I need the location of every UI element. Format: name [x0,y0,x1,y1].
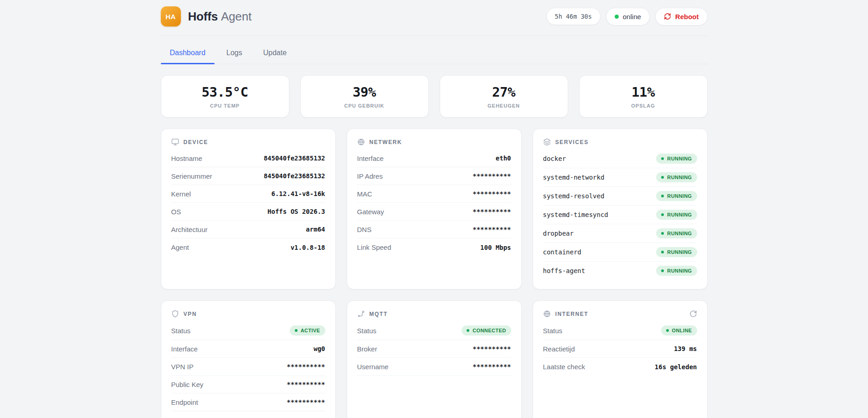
stat-cpu-usage: 39% CPU GEBRUIK [300,75,429,118]
row-mqtt-broker: Broker********** [357,340,511,358]
status-badge: RUNNING [656,247,697,257]
refresh-icon [689,310,697,318]
network-card: NETWERK Interfaceeth0 IP Adres**********… [347,129,522,289]
stat-value: 27% [492,84,515,100]
service-row-docker: dockerRUNNING [543,150,697,168]
tab-update-label: Update [263,49,287,57]
status-badge: ONLINE [661,325,697,335]
services-card: SERVICES dockerRUNNING systemd-networkdR… [533,129,708,289]
status-dot-icon [661,232,664,235]
device-card-title: DEVICE [184,139,208,145]
row-hostname: Hostname845040fe23685132 [171,150,325,167]
stat-value: 11% [632,84,655,100]
status-badge: ACTIVE [290,325,325,335]
row-mqtt-username: Username********** [357,358,511,376]
status-dot-icon [661,157,664,160]
row-mac: MAC********** [357,185,511,203]
status-badge: RUNNING [656,266,697,276]
status-dot-icon [666,329,669,332]
reboot-icon [664,13,671,20]
row-dns: DNS********** [357,221,511,238]
header: HA Hoffs Agent 5h 46m 30s online Reboot [161,6,708,36]
row-ip-address: IP Adres********** [357,167,511,185]
brand: HA Hoffs Agent [161,6,252,26]
cards-row-1: DEVICE Hostname845040fe23685132 Serienum… [161,129,708,289]
page: HA Hoffs Agent 5h 46m 30s online Reboot … [161,0,708,418]
status-dot-icon [661,195,664,197]
row-vpn-interface: Interfacewg0 [171,340,325,358]
stat-label: CPU GEBRUIK [344,103,384,108]
row-interface: Interfaceeth0 [357,150,511,167]
monitor-icon [171,138,179,146]
row-agent-version: Agentv1.0.8-18 [171,238,325,256]
status-dot-icon [467,329,469,332]
row-internet-status: StatusONLINE [543,321,697,340]
service-row-systemd-resolved: systemd-resolvedRUNNING [543,187,697,206]
vpn-card-title: VPN [184,311,197,317]
logo-text: HA [165,13,176,21]
vpn-card: VPN StatusACTIVE Interfacewg0 VPN IP****… [161,300,336,418]
tab-bar: Dashboard Logs Update [161,49,708,64]
row-response-time: Reactietijd139 ms [543,340,697,358]
device-card-header: DEVICE [171,138,325,146]
mqtt-card: MQTT StatusCONNECTED Broker********** Us… [347,300,522,418]
stat-value: 53.5°C [202,84,248,100]
online-dot-icon [615,15,619,19]
status-badge: RUNNING [656,228,697,238]
tab-dashboard-label: Dashboard [170,49,205,57]
status-dot-icon [661,251,664,253]
row-mqtt-status: StatusCONNECTED [357,321,511,340]
service-row-systemd-networkd: systemd-networkdRUNNING [543,168,697,187]
globe-icon [543,310,551,318]
online-text: online [623,13,641,21]
stat-value: 39% [353,84,376,100]
row-vpn-endpoint: Endpoint********** [171,393,325,411]
status-badge: RUNNING [656,210,697,220]
internet-rows: StatusONLINE Reactietijd139 ms Laatste c… [543,321,697,376]
cards-row-2: VPN StatusACTIVE Interfacewg0 VPN IP****… [161,300,708,418]
tab-logs[interactable]: Logs [217,49,252,64]
globe-icon [357,138,365,146]
status-badge: CONNECTED [462,325,511,335]
title-bold: Hoffs [188,10,218,23]
status-dot-icon [661,269,664,272]
mqtt-rows: StatusCONNECTED Broker********** Usernam… [357,321,511,376]
internet-card-header: INTERNET [543,310,697,318]
status-badge: RUNNING [656,191,697,201]
service-row-containerd: containerdRUNNING [543,243,697,262]
vpn-card-header: VPN [171,310,325,318]
online-status-badge: online [606,8,650,26]
tab-logs-label: Logs [226,49,242,57]
device-card: DEVICE Hostname845040fe23685132 Serienum… [161,129,336,289]
mqtt-card-title: MQTT [370,311,388,317]
layers-icon [543,138,551,146]
tab-dashboard[interactable]: Dashboard [161,49,215,64]
row-architecture: Architectuurarm64 [171,221,325,238]
stat-label: CPU TEMP [210,103,240,108]
stats-row: 53.5°C CPU TEMP 39% CPU GEBRUIK 27% GEHE… [161,75,708,118]
row-last-check: Laatste check16s geleden [543,358,697,376]
network-card-header: NETWERK [357,138,511,146]
row-vpn-ip: VPN IP********** [171,358,325,376]
reboot-button[interactable]: Reboot [655,8,708,26]
status-dot-icon [661,213,664,216]
services-card-header: SERVICES [543,138,697,146]
network-card-title: NETWERK [370,139,402,145]
service-row-hoffs-agent: hoffs-agentRUNNING [543,262,697,280]
reboot-label: Reboot [675,13,699,21]
row-vpn-status: StatusACTIVE [171,321,325,340]
stat-storage: 11% OPSLAG [579,75,708,118]
refresh-button[interactable] [689,310,697,318]
header-actions: 5h 46m 30s online Reboot [546,8,708,26]
app-logo: HA [161,6,181,26]
row-vpn-public-key: Public Key********** [171,376,325,393]
network-rows: Interfaceeth0 IP Adres********** MAC****… [357,150,511,256]
internet-card-title: INTERNET [555,311,589,317]
device-rows: Hostname845040fe23685132 Serienummer8450… [171,150,325,256]
tab-update[interactable]: Update [254,49,296,64]
status-badge: RUNNING [656,154,697,164]
stat-cpu-temp: 53.5°C CPU TEMP [161,75,289,118]
vpn-rows: StatusACTIVE Interfacewg0 VPN IP********… [171,321,325,411]
services-card-title: SERVICES [555,139,589,145]
row-kernel: Kernel6.12.41-v8-16k [171,185,325,203]
